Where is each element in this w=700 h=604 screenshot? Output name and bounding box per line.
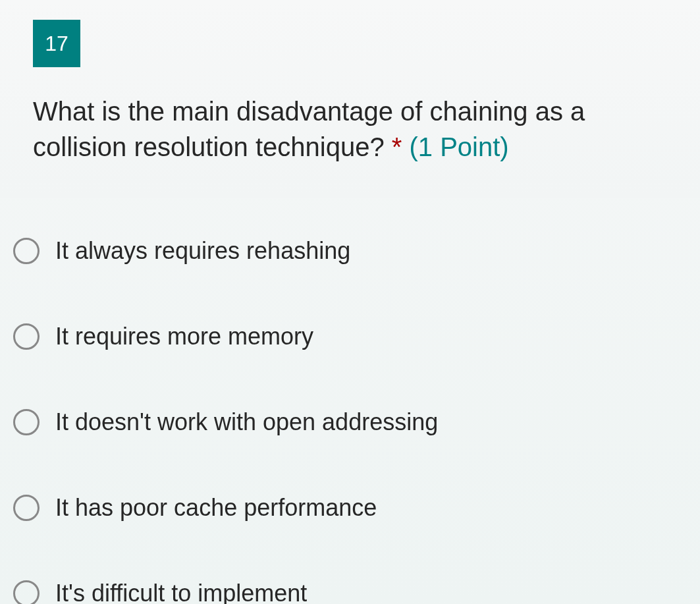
required-marker: * bbox=[392, 132, 402, 161]
option-row[interactable]: It's difficult to implement bbox=[13, 580, 687, 604]
radio-icon[interactable] bbox=[13, 495, 40, 521]
option-row[interactable]: It doesn't work with open addressing bbox=[13, 408, 687, 436]
question-header: 17 What is the main disadvantage of chai… bbox=[0, 0, 700, 198]
option-label: It doesn't work with open addressing bbox=[55, 408, 438, 436]
option-row[interactable]: It always requires rehashing bbox=[13, 237, 687, 265]
points-label: (1 Point) bbox=[410, 132, 509, 161]
option-label: It's difficult to implement bbox=[55, 580, 307, 604]
question-number: 17 bbox=[45, 32, 68, 56]
radio-icon[interactable] bbox=[13, 580, 40, 604]
radio-icon[interactable] bbox=[13, 238, 40, 264]
option-row[interactable]: It has poor cache performance bbox=[13, 494, 687, 522]
options-container: It always requires rehashing It requires… bbox=[0, 198, 700, 604]
radio-icon[interactable] bbox=[13, 409, 40, 435]
option-label: It always requires rehashing bbox=[55, 237, 350, 265]
option-label: It requires more memory bbox=[55, 323, 313, 350]
question-text-container: What is the main disadvantage of chainin… bbox=[33, 94, 667, 165]
radio-icon[interactable] bbox=[13, 323, 40, 350]
question-number-badge: 17 bbox=[33, 20, 80, 67]
option-row[interactable]: It requires more memory bbox=[13, 323, 687, 350]
option-label: It has poor cache performance bbox=[55, 494, 377, 522]
